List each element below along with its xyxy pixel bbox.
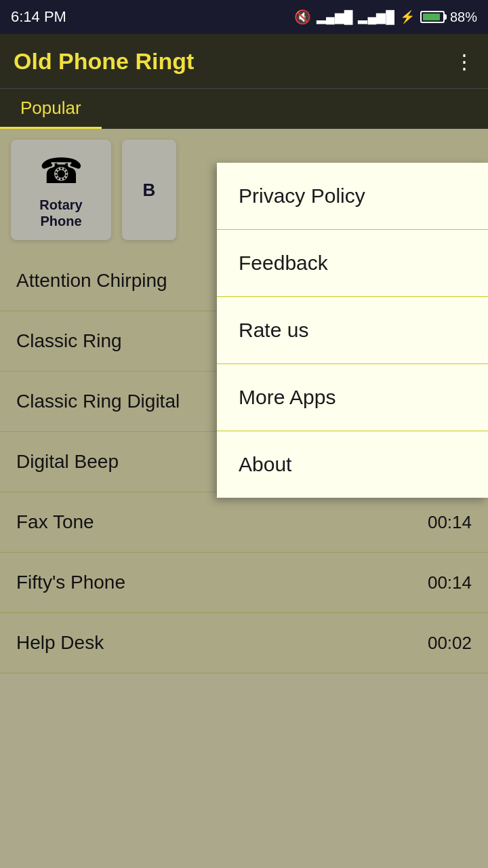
signal-icon-1: ▂▄▆█: [317, 9, 353, 24]
menu-button[interactable]: ⋮: [454, 50, 474, 73]
battery-percent: 88%: [450, 9, 477, 25]
dropdown-item-privacy-policy[interactable]: Privacy Policy: [217, 163, 488, 230]
status-bar: 6:14 PM 🔇 ▂▄▆█ ▂▄▆█ ⚡ 88%: [0, 0, 488, 34]
battery-indicator: [420, 11, 445, 23]
dropdown-item-feedback[interactable]: Feedback: [217, 230, 488, 297]
main-content: ☎ RotaryPhone B Attention Chirping 00:08…: [0, 129, 488, 673]
tab-popular[interactable]: Popular: [0, 89, 102, 129]
status-time: 6:14 PM: [11, 8, 66, 26]
dropdown-item-about[interactable]: About: [217, 431, 488, 498]
app-header: Old Phone Ringt ⋮: [0, 34, 488, 88]
dropdown-item-rate-us[interactable]: Rate us: [217, 297, 488, 364]
tab-bar: Popular: [0, 88, 488, 129]
signal-icon-2: ▂▄▆█: [358, 9, 394, 24]
time-display: 6:14 PM: [11, 8, 66, 26]
status-icons: 🔇 ▂▄▆█ ▂▄▆█ ⚡ 88%: [294, 9, 477, 25]
app-title: Old Phone Ringt: [14, 48, 194, 75]
dropdown-item-more-apps[interactable]: More Apps: [217, 364, 488, 431]
mute-icon: 🔇: [294, 9, 311, 25]
dropdown-menu: Privacy Policy Feedback Rate us More App…: [217, 163, 488, 498]
bolt-icon: ⚡: [400, 9, 415, 24]
